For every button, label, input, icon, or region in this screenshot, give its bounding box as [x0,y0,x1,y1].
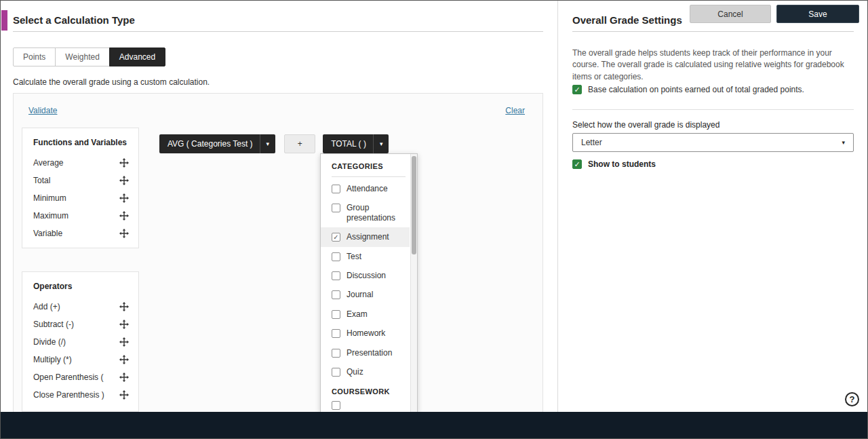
avg-chip-label: AVG ( Categories Test ) [159,139,260,149]
scrollbar-thumb[interactable] [412,156,416,254]
checkbox-icon[interactable]: ✓ [332,290,340,299]
category-label: Discussion [347,271,386,280]
move-icon[interactable] [119,211,129,221]
operator-label: Close Parenthesis ) [33,390,104,400]
clear-link[interactable]: Clear [505,106,525,115]
cancel-button[interactable]: Cancel [690,5,771,23]
function-item-variable[interactable]: Variable [33,225,129,242]
grade-display-select[interactable]: Letter ▾ [572,133,854,152]
category-option-assignment[interactable]: ✓ Assignment [321,227,410,246]
base-points-label: Base calculation on points earned out of… [588,85,804,94]
checkbox-icon[interactable]: ✓ [332,252,340,261]
plus-chip[interactable]: + [284,134,315,153]
category-label: Exam [347,309,368,319]
category-option-presentation[interactable]: ✓ Presentation [332,343,406,362]
panel-title: Overall Grade Settings [572,14,682,26]
functions-card: Functions and Variables Average Total Mi… [22,128,139,248]
checkbox-checked-icon[interactable]: ✓ [572,85,582,94]
tab-weighted[interactable]: Weighted [55,47,109,66]
move-icon[interactable] [119,176,129,185]
operator-item-open-paren[interactable]: Open Parenthesis ( [33,368,129,386]
select-value: Letter [581,138,602,147]
function-label: Minimum [33,193,66,203]
functions-card-title: Functions and Variables [33,138,129,147]
operator-item-add[interactable]: Add (+) [33,298,129,316]
chevron-down-icon[interactable]: ▾ [373,134,389,153]
validate-link[interactable]: Validate [28,106,57,115]
chevron-down-icon: ▾ [842,139,845,146]
show-to-students-label: Show to students [588,159,656,169]
overall-grade-description: The overall grade helps students keep tr… [572,47,856,83]
checkbox-icon[interactable]: ✓ [332,185,340,193]
checkbox-icon[interactable]: ✓ [332,310,340,319]
dropdown-divider [332,176,406,177]
scrollbar[interactable] [410,154,417,412]
calculation-builder: Validate Clear Functions and Variables A… [13,93,543,413]
chevron-down-icon[interactable]: ▾ [260,134,276,153]
title-divider [572,31,854,32]
move-icon[interactable] [119,158,129,168]
checkbox-icon[interactable]: ✓ [332,368,340,377]
operator-label: Subtract (-) [33,320,74,329]
move-icon[interactable] [119,193,129,203]
category-option-homework[interactable]: ✓ Homework [332,324,406,343]
category-label: Quiz [347,367,363,377]
operator-item-subtract[interactable]: Subtract (-) [33,316,129,333]
operator-item-multiply[interactable]: Multiply (*) [33,351,129,368]
checkbox-icon[interactable]: ✓ [332,271,340,280]
move-icon[interactable] [119,355,129,364]
base-points-checkbox-row[interactable]: ✓ Base calculation on points earned out … [572,85,804,94]
operator-label: Divide (/) [33,337,66,347]
tab-advanced[interactable]: Advanced [109,47,165,66]
avg-chip[interactable]: AVG ( Categories Test ) ▾ [159,134,275,153]
category-label: Assignment [347,232,389,242]
section-divider [572,109,854,110]
checkbox-icon[interactable]: ✓ [332,233,340,242]
function-item-maximum[interactable]: Maximum [33,207,129,225]
function-label: Variable [33,229,62,238]
category-option-quiz[interactable]: ✓ Quiz [332,362,406,381]
dropdown-section-header: CATEGORIES [332,162,406,170]
move-icon[interactable] [119,320,129,329]
move-icon[interactable] [119,373,129,382]
checkbox-checked-icon[interactable]: ✓ [572,159,582,169]
checkbox-icon[interactable]: ✓ [332,204,340,212]
help-icon[interactable]: ? [845,392,859,406]
function-label: Total [33,176,50,185]
category-option-discussion[interactable]: ✓ Discussion [332,266,406,285]
category-label: Presentation [347,348,392,358]
category-option-partial[interactable]: ✓ [332,396,406,412]
move-icon[interactable] [119,390,129,400]
operator-label: Open Parenthesis ( [33,373,103,382]
function-item-minimum[interactable]: Minimum [33,189,129,207]
operator-item-close-paren[interactable]: Close Parenthesis ) [33,386,129,404]
operators-card: Operators Add (+) Subtract (-) Divide (/… [22,271,139,412]
move-icon[interactable] [119,302,129,311]
category-option-test[interactable]: ✓ Test [332,247,406,266]
show-to-students-checkbox-row[interactable]: ✓ Show to students [572,159,656,169]
save-button[interactable]: Save [776,5,859,23]
dropdown-section-header: COURSEWORK [332,387,406,396]
footer-bar [1,412,867,438]
category-option-journal[interactable]: ✓ Journal [332,285,406,304]
checkbox-icon[interactable]: ✓ [332,329,340,338]
function-item-total[interactable]: Total [33,172,129,189]
move-icon[interactable] [119,229,129,238]
expression-canvas: AVG ( Categories Test ) ▾ + TOTAL ( ) ▾ [159,134,389,153]
tab-points[interactable]: Points [13,47,56,66]
total-chip[interactable]: TOTAL ( ) ▾ [323,134,389,153]
category-label: Test [347,252,361,261]
category-option-group-presentations[interactable]: ✓ Group presentations [332,198,406,227]
checkbox-icon[interactable]: ✓ [332,401,340,410]
categories-dropdown: CATEGORIES ✓ Attendance ✓ Group presenta… [320,153,418,413]
category-option-attendance[interactable]: ✓ Attendance [332,179,406,198]
move-icon[interactable] [119,337,129,347]
category-label: Homework [347,328,385,338]
operator-item-divide[interactable]: Divide (/) [33,333,129,351]
accent-bar [1,10,7,31]
function-label: Average [33,158,63,168]
function-item-average[interactable]: Average [33,154,129,172]
category-option-exam[interactable]: ✓ Exam [332,305,406,324]
checkbox-icon[interactable]: ✓ [332,349,340,358]
operator-label: Add (+) [33,302,60,311]
